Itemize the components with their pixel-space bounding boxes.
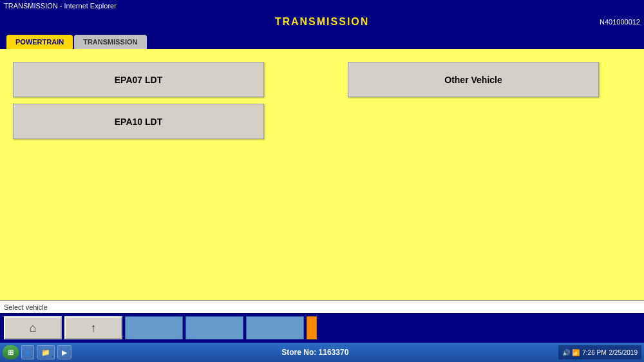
toolbar-btn-5[interactable] bbox=[246, 316, 304, 339]
media-icon: ▶ bbox=[62, 348, 67, 357]
tab-transmission[interactable]: TRANSMISSION bbox=[74, 35, 146, 49]
tab-powertrain[interactable]: POWERTRAIN bbox=[6, 35, 73, 49]
folder-icon: 📁 bbox=[41, 348, 50, 357]
toolbar-orange-indicator bbox=[307, 316, 317, 339]
clock-date: 2/25/2019 bbox=[609, 349, 638, 356]
header-title: TRANSMISSION bbox=[275, 16, 370, 28]
header-code: N401000012 bbox=[600, 18, 640, 26]
store-number: Store No: 1163370 bbox=[281, 348, 348, 357]
windows-logo: ⊞ bbox=[8, 348, 14, 357]
windows-taskbar: ⊞ e 📁 ▶ Store No: 1163370 🔊 📶 7:26 PM 2/… bbox=[0, 343, 644, 362]
header-bar: TRANSMISSION N401000012 bbox=[0, 12, 644, 32]
back-button[interactable]: ↑ bbox=[64, 316, 122, 339]
tab-bar: POWERTRAIN TRANSMISSION bbox=[0, 32, 644, 49]
right-column: Other Vehicle bbox=[348, 62, 599, 139]
other-vehicle-button[interactable]: Other Vehicle bbox=[348, 62, 599, 97]
home-icon: ⌂ bbox=[30, 321, 37, 335]
title-bar: TRANSMISSION - Internet Explorer bbox=[0, 0, 644, 12]
epa07-ldt-button[interactable]: EPA07 LDT bbox=[13, 62, 264, 97]
left-column: EPA07 LDT EPA10 LDT bbox=[13, 62, 264, 139]
toolbar-btn-3[interactable] bbox=[125, 316, 183, 339]
taskbar-media[interactable]: ▶ bbox=[57, 345, 71, 359]
system-tray: 🔊 📶 7:26 PM 2/25/2019 bbox=[558, 345, 641, 359]
toolbar-btn-4[interactable] bbox=[185, 316, 243, 339]
clock-time: 7:26 PM bbox=[582, 349, 606, 356]
main-content: EPA07 LDT EPA10 LDT Other Vehicle bbox=[0, 49, 644, 300]
status-text: Select vehicle bbox=[4, 303, 48, 311]
taskbar-ie[interactable]: e bbox=[21, 345, 34, 359]
back-icon: ↑ bbox=[91, 321, 97, 335]
title-bar-text: TRANSMISSION - Internet Explorer bbox=[4, 2, 117, 10]
bottom-toolbar: ⌂ ↑ bbox=[0, 313, 644, 343]
tray-icons: 🔊 📶 bbox=[562, 349, 580, 356]
home-button[interactable]: ⌂ bbox=[4, 316, 62, 339]
epa10-ldt-button[interactable]: EPA10 LDT bbox=[13, 104, 264, 139]
status-bar: Select vehicle bbox=[0, 300, 644, 313]
ie-icon: e bbox=[26, 348, 30, 356]
taskbar-folder[interactable]: 📁 bbox=[37, 345, 55, 359]
start-button[interactable]: ⊞ bbox=[3, 345, 19, 359]
